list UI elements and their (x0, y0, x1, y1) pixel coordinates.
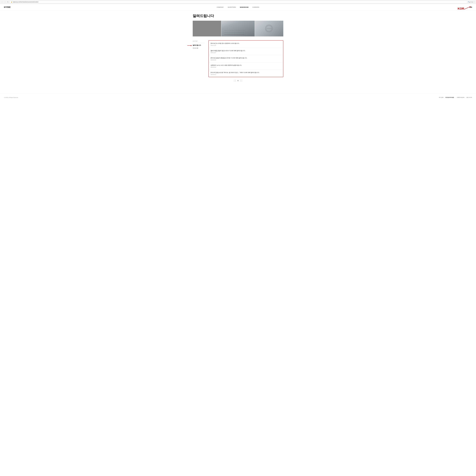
footer-link-report[interactable]: HYBE 제보센터 (457, 97, 464, 98)
lang-switch[interactable]: KOR (469, 6, 472, 8)
browser-actions: 🔍 ★ ◘ ⋮ (468, 1, 475, 3)
sidebar-item-notices[interactable]: 안내사항 (193, 47, 198, 49)
footer-divider-3: | (456, 97, 456, 98)
star-icon[interactable]: ★ (470, 1, 472, 3)
forward-button[interactable]: → (4, 1, 6, 3)
article-title-2: [하이브] 금일자 중앙일보 인터뷰 기사에 대해 알려드립니다. (211, 57, 281, 59)
article-item-2[interactable]: [하이브] 금일자 중앙일보 인터뷰 기사에 대해 알려드립니다. 2024.0… (209, 55, 283, 62)
site-footer: © HYBE. All Rights Reserved 쿠키 정책 | 개인정보… (0, 94, 476, 101)
hero-panel-1 (193, 21, 221, 36)
footer-link-related[interactable]: 관련 사이트 (466, 97, 472, 98)
footer-divider-2: - (455, 97, 455, 98)
next-page-button[interactable]: › (240, 80, 242, 82)
article-list: [하이브] 모니터링 문서 관련하여 사과드립니다. 2024.10.29 [빌… (208, 40, 283, 77)
site-logo[interactable]: HYBE (4, 6, 11, 8)
footer-copyright: © HYBE. All Rights Reserved (4, 97, 18, 98)
page-title: 알려드립니다 (193, 14, 283, 18)
article-title-4: [어도어] 금일 보도된 "하이브, 법 따르지 않고..." 제하 기사에 대… (211, 71, 281, 74)
nav-investors[interactable]: INVESTORS (228, 6, 236, 8)
svg-marker-3 (191, 45, 192, 46)
article-date-0: 2024.10.29 (211, 45, 281, 46)
nav-newsroom[interactable]: NEWSROOM (240, 6, 248, 8)
article-date-1: 2024.10.07 (211, 52, 281, 53)
site-header: HYBE COMPANY INVESTORS NEWSROOM CAREERS … (0, 4, 476, 11)
url-bar[interactable]: 🔒 hybecorp.com/kor/news/announcements/co… (10, 1, 467, 3)
article-title-3: 김현정의 뉴스쇼 보도 내용 관련하여 설명드립니다. (211, 64, 281, 66)
refresh-button[interactable]: ↻ (7, 1, 9, 3)
article-title-1: [빌리프랩] 금일자 일간스포츠 기사에 대해 알려드립니다. (211, 50, 281, 52)
article-item-1[interactable]: [빌리프랩] 금일자 일간스포츠 기사에 대해 알려드립니다. 2024.10.… (209, 48, 283, 55)
article-title-0: [하이브] 모니터링 문서 관련하여 사과드립니다. (211, 42, 281, 44)
menu-icon[interactable]: ⋮ (474, 1, 475, 3)
footer-divider-4: | (465, 97, 466, 98)
article-item-3[interactable]: 김현정의 뉴스쇼 보도 내용 관련하여 설명드립니다. 2024.09.25 (209, 62, 283, 70)
site-nav: COMPANY INVESTORS NEWSROOM CAREERS (217, 6, 259, 8)
hero-panel-2 (221, 21, 255, 36)
footer-link-privacy[interactable]: 개인정보처리방침 (445, 97, 454, 98)
footer-divider-1: | (444, 97, 444, 98)
sidebar: 보도자료 알려드립니다 안내사항 (193, 40, 204, 49)
footer-links: 쿠키 정책 | 개인정보처리방침 - | HYBE 제보센터 | 관련 사이트 (439, 97, 472, 98)
nav-careers[interactable]: CAREERS (253, 6, 259, 8)
back-button[interactable]: ← (1, 1, 3, 3)
left-arrow-svg (187, 45, 193, 47)
browser-chrome: ← → ↻ 🔒 hybecorp.com/kor/news/announceme… (0, 0, 476, 4)
main-content: 알려드립니다 보도자료 알려드립니다 안내사항 [하이브] 모니터링 문서 관련… (191, 11, 285, 88)
page-1-button[interactable]: 1 (237, 80, 239, 82)
hero-panel-3 (255, 21, 283, 36)
nav-company[interactable]: COMPANY (217, 6, 224, 8)
article-item-0[interactable]: [하이브] 모니터링 문서 관련하여 사과드립니다. 2024.10.29 (209, 41, 283, 48)
article-date-2: 2024.09.26 (211, 59, 281, 61)
article-date-3: 2024.09.25 (211, 67, 281, 68)
pagination: ‹ 1 › (193, 80, 283, 82)
url-text: hybecorp.com/kor/news/announcements/cont… (13, 1, 38, 3)
sidebar-category: 보도자료 (193, 40, 204, 42)
extensions-icon[interactable]: ◘ (472, 1, 473, 3)
article-item-4[interactable]: [어도어] 금일 보도된 "하이브, 법 따르지 않고..." 제하 기사에 대… (209, 70, 283, 77)
prev-page-button[interactable]: ‹ (234, 80, 236, 82)
footer-link-cookie[interactable]: 쿠키 정책 (439, 97, 443, 98)
article-date-4: 2024.09.13 (211, 74, 281, 75)
header-wrapper: HYBE COMPANY INVESTORS NEWSROOM CAREERS … (0, 4, 476, 11)
hero-image-strip (193, 21, 283, 36)
lock-icon: 🔒 (11, 1, 12, 2)
search-icon[interactable]: 🔍 (468, 1, 470, 3)
sidebar-item-announcements[interactable]: 알려드립니다 (193, 44, 201, 46)
content-layout: 보도자료 알려드립니다 안내사항 [하이브] 모니터링 문서 관련하여 사과드립… (193, 40, 283, 77)
